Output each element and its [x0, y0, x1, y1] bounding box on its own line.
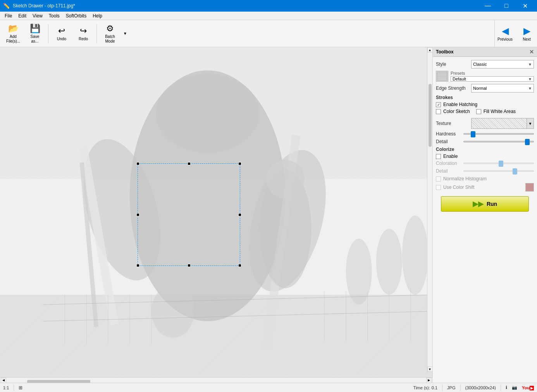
- vertical-scrollbar[interactable]: ▲ ▼: [427, 47, 432, 372]
- edge-strength-row: Edge Strength Normal ▼: [436, 84, 534, 92]
- style-dropdown-arrow: ▼: [528, 62, 532, 67]
- fit-item[interactable]: ⊞: [19, 385, 22, 390]
- toolbar-separator-1: [48, 24, 48, 43]
- previous-button[interactable]: ◀ Previous: [495, 22, 515, 45]
- fill-white-areas-checkbox[interactable]: [476, 109, 481, 114]
- presets-icon: [436, 71, 448, 82]
- coloration-label: Coloration: [436, 161, 461, 166]
- info-button[interactable]: ℹ: [506, 385, 507, 390]
- batch-mode-button[interactable]: ⚙ Batch Mode: [100, 22, 120, 45]
- menu-file[interactable]: File: [2, 12, 15, 20]
- share-button[interactable]: 📷: [512, 385, 517, 390]
- style-row: Style Classic ▼: [436, 60, 534, 68]
- redo-icon: ↪: [80, 26, 87, 36]
- next-button[interactable]: ▶ Next: [517, 22, 537, 45]
- undo-button[interactable]: ↩ Undo: [52, 22, 72, 45]
- canvas-wrapper: ▲ ▼ ◀ ▶: [0, 47, 432, 383]
- style-dropdown[interactable]: Classic ▼: [471, 60, 534, 68]
- status-sep-4: [501, 385, 501, 391]
- color-sketch-checkbox[interactable]: [436, 109, 441, 114]
- detail-row: Detail: [436, 139, 534, 144]
- color-shift-label: Use Color Shift: [443, 185, 475, 190]
- zoom-value: 1:1: [3, 385, 9, 390]
- normalize-checkbox: [436, 176, 441, 181]
- time-value: 0.1: [432, 385, 437, 390]
- detail-track[interactable]: [463, 141, 534, 142]
- minimize-button[interactable]: —: [479, 0, 497, 12]
- scrollbar-v-track[interactable]: [427, 53, 432, 366]
- scrollbar-h-track[interactable]: [6, 379, 426, 382]
- presets-dropdown[interactable]: Default ▼: [451, 76, 534, 82]
- menu-softorbits[interactable]: SoftOrbits: [63, 12, 90, 20]
- menu-view[interactable]: View: [29, 12, 46, 20]
- main-layout: ▲ ▼ ◀ ▶ Toolbox ✕ Style: [0, 47, 537, 383]
- youtube-icon: You▶: [522, 385, 534, 390]
- color-detail-track: [463, 170, 534, 172]
- save-as-button[interactable]: 💾 Save as...: [25, 22, 45, 45]
- time-item: Time (s): 0.1: [413, 385, 437, 390]
- color-options-row: Color Sketch Fill White Areas: [436, 109, 534, 116]
- run-button[interactable]: ▶▶ Run: [441, 196, 529, 212]
- status-sep-3: [460, 385, 461, 391]
- toolbar-wrapper: 📂 Add File(s)... 💾 Save as... ↩ Undo ↪ R…: [0, 20, 537, 47]
- enable-hatching-row: Enable Hatching: [436, 102, 534, 107]
- youtube-button[interactable]: You▶: [522, 385, 534, 390]
- color-shift-checkbox: [436, 185, 441, 190]
- detail-thumb[interactable]: [525, 139, 530, 145]
- horizontal-scrollbar[interactable]: ◀ ▶: [0, 377, 432, 383]
- menu-help[interactable]: Help: [90, 12, 105, 20]
- scroll-right-button[interactable]: ▶: [426, 378, 432, 383]
- menu-bar: File Edit View Tools SoftOrbits Help: [0, 12, 537, 20]
- fit-icon: ⊞: [19, 385, 22, 390]
- dimensions-value: (3000x2000x24): [465, 385, 496, 390]
- menu-tools[interactable]: Tools: [46, 12, 63, 20]
- hardness-label: Hardness: [436, 131, 461, 137]
- previous-label: Previous: [497, 37, 513, 41]
- redo-button[interactable]: ↪ Redo: [73, 22, 93, 45]
- format-value: JPG: [447, 385, 455, 390]
- toolbar-expand-button[interactable]: ▼: [122, 31, 129, 36]
- sketch-image: [0, 47, 432, 377]
- colorize-enable-checkbox[interactable]: [436, 154, 441, 159]
- canvas-area[interactable]: ▲ ▼: [0, 47, 432, 377]
- toolbox-close-button[interactable]: ✕: [529, 49, 534, 55]
- previous-icon: ◀: [502, 26, 509, 36]
- hardness-track[interactable]: [463, 133, 534, 135]
- texture-dropdown-button[interactable]: ▼: [527, 118, 534, 128]
- toolbar-separator-2: [96, 24, 97, 43]
- toolbar: 📂 Add File(s)... 💾 Save as... ↩ Undo ↪ R…: [0, 20, 494, 47]
- batch-label: Batch Mode: [105, 34, 115, 44]
- batch-icon: ⚙: [106, 24, 114, 34]
- add-files-button[interactable]: 📂 Add File(s)...: [3, 22, 23, 45]
- enable-hatching-checkbox[interactable]: [436, 102, 441, 107]
- color-detail-label: Detail: [436, 168, 461, 174]
- color-sketch-label: Color Sketch: [443, 109, 470, 114]
- menu-edit[interactable]: Edit: [15, 12, 29, 20]
- texture-row: Texture ▼: [436, 118, 534, 129]
- close-button[interactable]: ✕: [516, 0, 534, 12]
- status-sep-2: [442, 385, 442, 391]
- presets-preview-icon: [437, 72, 448, 81]
- texture-preview[interactable]: ▼: [471, 118, 534, 129]
- scrollbar-h-thumb[interactable]: [27, 380, 90, 383]
- hardness-thumb[interactable]: [471, 131, 475, 137]
- colorize-enable-label: Enable: [443, 154, 458, 159]
- dimensions-item: (3000x2000x24): [465, 385, 496, 390]
- edge-strength-dropdown[interactable]: Normal ▼: [471, 84, 534, 92]
- normalize-label: Normalize Histogram: [443, 176, 487, 181]
- scroll-left-button[interactable]: ◀: [1, 378, 6, 383]
- color-shift-row: Use Color Shift: [436, 183, 534, 192]
- save-icon: 💾: [30, 24, 40, 34]
- color-swatch: [525, 183, 534, 192]
- presets-value: Default: [453, 77, 466, 81]
- status-sep-1: [14, 385, 14, 391]
- fill-white-areas-label: Fill White Areas: [484, 109, 516, 114]
- scrollbar-v-thumb[interactable]: [429, 84, 432, 147]
- maximize-button[interactable]: □: [497, 0, 515, 12]
- enable-hatching-label: Enable Hatching: [443, 102, 477, 107]
- scroll-down-button[interactable]: ▼: [427, 366, 433, 372]
- format-item: JPG: [447, 385, 455, 390]
- coloration-track: [463, 163, 534, 164]
- undo-label: Undo: [57, 37, 66, 41]
- scroll-up-button[interactable]: ▲: [427, 47, 433, 53]
